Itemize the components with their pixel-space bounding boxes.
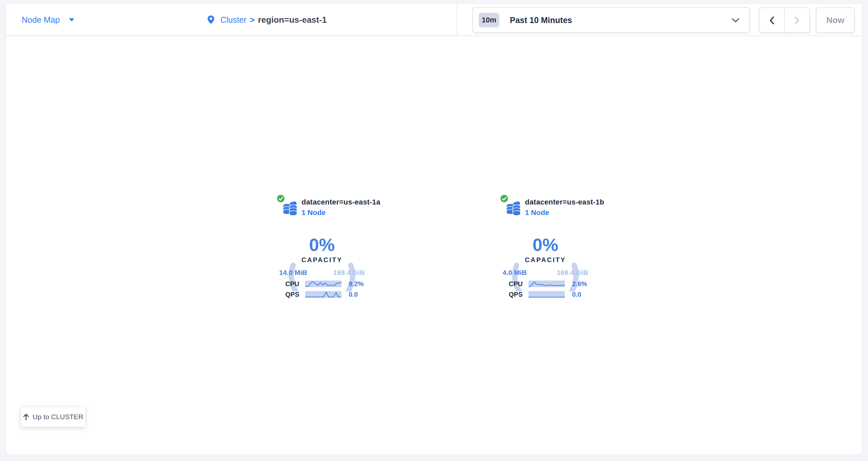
healthy-check-icon (500, 194, 509, 204)
qps-value: 0.0 (572, 291, 581, 298)
cpu-label: CPU (266, 281, 299, 287)
capacity-available: 169.4 GiB (333, 269, 365, 276)
breadcrumb-cluster-link[interactable]: Cluster (220, 15, 247, 25)
locality-header: datacenter=us-east-1a 1 Node (302, 198, 380, 217)
node-map-panel: Node Map Cluster > region=us-east-1 10m … (6, 4, 862, 454)
view-selector-label: Node Map (22, 15, 60, 25)
time-range-dropdown[interactable]: 10m Past 10 Minutes (472, 7, 750, 33)
capacity-percent: 0% (509, 236, 582, 254)
locality-title: datacenter=us-east-1b (525, 198, 604, 207)
map-pin-icon (207, 15, 215, 24)
cpu-metric-row: CPU 2.6% (490, 281, 602, 287)
breadcrumb-current-locality: region=us-east-1 (258, 15, 327, 25)
capacity-used: 4.0 MiB (502, 269, 527, 276)
qps-sparkline (529, 291, 565, 298)
qps-value: 0.0 (349, 291, 358, 298)
cpu-value: 9.2% (349, 281, 364, 287)
qps-metric-row: QPS 0.0 (490, 291, 602, 298)
cpu-sparkline (529, 281, 565, 287)
cpu-value: 2.6% (572, 281, 587, 287)
capacity-label: CAPACITY (509, 256, 582, 264)
locality-title: datacenter=us-east-1a (302, 198, 380, 207)
up-to-cluster-button[interactable]: Up to CLUSTER (21, 407, 86, 427)
chevron-left-icon (770, 17, 774, 24)
capacity-values: 14.0 MiB 169.4 GiB (279, 269, 365, 276)
qps-label: QPS (266, 291, 299, 298)
healthy-check-icon (276, 194, 285, 204)
qps-metric-row: QPS 0.0 (266, 291, 378, 298)
capacity-percent: 0% (286, 236, 358, 254)
breadcrumb: Cluster > region=us-east-1 (207, 4, 327, 36)
cpu-label: CPU (490, 281, 523, 287)
time-range-label: Past 10 Minutes (510, 15, 572, 25)
locality-header: datacenter=us-east-1b 1 Node (525, 198, 604, 217)
capacity-used: 14.0 MiB (279, 269, 307, 276)
locality-card-us-east-1b[interactable]: datacenter=us-east-1b 1 Node 0% CAPACITY… (490, 193, 602, 305)
header-divider (457, 4, 457, 35)
cpu-metric-row: CPU 9.2% (266, 281, 378, 287)
up-to-cluster-label: Up to CLUSTER (33, 413, 83, 421)
capacity-label: CAPACITY (286, 256, 358, 264)
chevron-right-icon (795, 17, 800, 24)
time-next-button[interactable] (784, 8, 810, 33)
time-pager (759, 7, 810, 33)
time-prev-button[interactable] (759, 8, 784, 33)
breadcrumb-separator: > (250, 15, 255, 25)
capacity-values: 4.0 MiB 169.4 GiB (502, 269, 588, 276)
qps-label: QPS (490, 291, 523, 298)
view-selector-dropdown[interactable]: Node Map (22, 4, 74, 36)
locality-node-count[interactable]: 1 Node (302, 208, 380, 217)
locality-card-us-east-1a[interactable]: datacenter=us-east-1a 1 Node 0% CAPACITY… (266, 193, 378, 305)
locality-node-count[interactable]: 1 Node (525, 208, 604, 217)
header-bar: Node Map Cluster > region=us-east-1 10m … (6, 4, 862, 36)
cpu-sparkline (305, 281, 341, 287)
time-range-badge: 10m (479, 13, 499, 27)
now-button[interactable]: Now (816, 7, 855, 33)
capacity-available: 169.4 GiB (557, 269, 588, 276)
qps-sparkline (305, 291, 341, 298)
chevron-down-icon (732, 18, 740, 22)
caret-down-icon (69, 18, 74, 22)
arrow-up-icon (23, 413, 29, 421)
